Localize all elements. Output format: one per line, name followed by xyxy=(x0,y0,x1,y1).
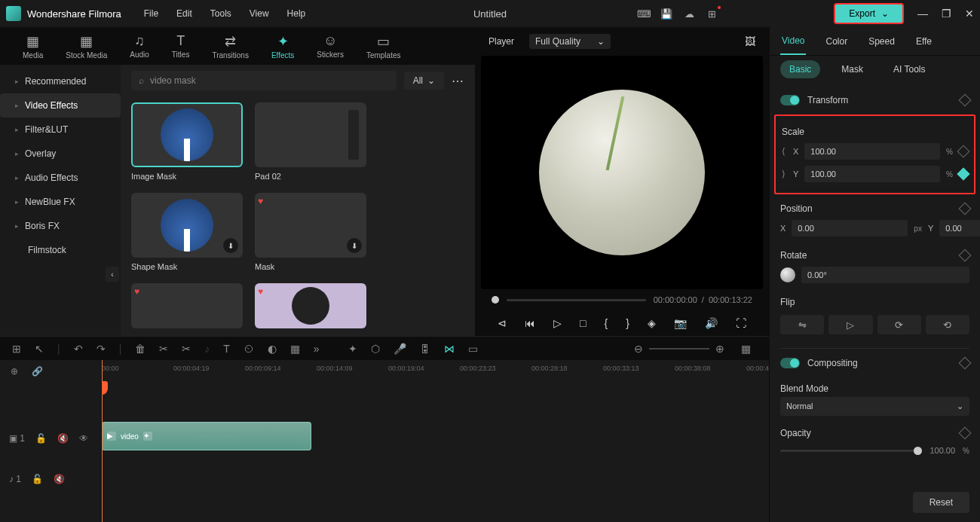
music-icon[interactable]: ♪ xyxy=(204,343,210,355)
lock-icon[interactable]: ⟨ xyxy=(782,146,786,157)
marker-icon[interactable]: ◈ xyxy=(648,317,656,329)
thumb-item[interactable]: ♥ xyxy=(255,283,366,328)
scale-y-input[interactable] xyxy=(804,166,940,182)
apps-icon[interactable]: ⊞ xyxy=(706,8,718,20)
more-icon[interactable]: ⋯ xyxy=(452,74,464,88)
text-icon[interactable]: T xyxy=(223,343,230,355)
reset-button[interactable]: Reset xyxy=(913,492,969,513)
thumb-item[interactable]: ♥ xyxy=(131,283,243,328)
zoom-in-icon[interactable]: ⊕ xyxy=(715,343,724,355)
quality-dropdown[interactable]: Full Quality xyxy=(529,34,611,49)
mute-icon[interactable]: 🔇 xyxy=(54,474,65,484)
progress-handle[interactable] xyxy=(492,296,499,304)
keyframe-icon[interactable] xyxy=(957,145,970,158)
grid-icon[interactable]: ⊞ xyxy=(12,343,21,355)
menu-help[interactable]: Help xyxy=(287,8,306,19)
flip-v-button[interactable]: ▷ xyxy=(828,315,872,334)
split-icon[interactable]: ✂ xyxy=(159,343,168,355)
preview-area[interactable] xyxy=(481,56,763,289)
color-icon[interactable]: ◐ xyxy=(268,343,277,355)
playhead[interactable] xyxy=(102,360,103,522)
thumb-pad-02[interactable]: Pad 02 xyxy=(255,102,366,181)
sidebar-filter-lut[interactable]: ▸Filter&LUT xyxy=(0,118,121,142)
sidebar-video-effects[interactable]: ▸Video Effects xyxy=(0,93,121,118)
audio-track-head[interactable]: ♪ 1 🔓 🔇 xyxy=(0,464,101,494)
redo-icon[interactable]: ↷ xyxy=(96,343,106,355)
thumb-shape-mask[interactable]: ⬇Shape Mask xyxy=(131,193,243,271)
tab-effect[interactable]: Effe xyxy=(914,29,933,54)
tab-stickers[interactable]: ☺Stickers xyxy=(309,30,351,62)
tab-audio[interactable]: ♫Audio xyxy=(122,30,157,62)
keyframe-icon[interactable] xyxy=(959,427,972,440)
snapshot-icon[interactable]: 🖼 xyxy=(745,35,755,47)
pos-x-input[interactable] xyxy=(792,220,908,237)
ruler[interactable]: 00:00 00:00:04:19 00:00:09:14 00:00:14:0… xyxy=(102,360,769,383)
fullscreen-icon[interactable]: ⛶ xyxy=(736,317,746,329)
keyframe-icon[interactable] xyxy=(957,168,970,181)
opacity-slider[interactable] xyxy=(780,450,922,452)
progress-track[interactable] xyxy=(507,299,646,301)
pointer-icon[interactable]: ↖ xyxy=(35,343,44,355)
rotate-ccw-button[interactable]: ⟲ xyxy=(926,315,969,334)
stop-icon[interactable]: □ xyxy=(580,317,586,329)
lock-icon[interactable]: 🔓 xyxy=(32,474,43,484)
keyframe-icon[interactable] xyxy=(959,94,972,107)
mark-out-icon[interactable]: } xyxy=(626,317,629,329)
effect-icon[interactable]: ▦ xyxy=(290,343,300,355)
thumb-image-mask[interactable]: Image Mask xyxy=(131,102,243,181)
ai-icon[interactable]: ✦ xyxy=(348,343,357,355)
collapse-sidebar[interactable]: ‹ xyxy=(106,267,119,282)
tab-effects[interactable]: ✦Effects xyxy=(264,30,302,63)
keyframe-icon[interactable] xyxy=(959,203,972,215)
rotate-input[interactable] xyxy=(801,267,969,283)
zoom-out-icon[interactable]: ⊖ xyxy=(634,343,643,355)
mute-icon[interactable]: 🔇 xyxy=(57,433,69,444)
more-icon[interactable]: » xyxy=(314,343,320,355)
snap-icon[interactable]: ⋈ xyxy=(444,343,455,355)
prev-frame-icon[interactable]: ⊲ xyxy=(498,317,507,329)
flip-h-button[interactable]: ⇋ xyxy=(780,315,824,334)
compositing-toggle[interactable] xyxy=(780,358,800,368)
volume-icon[interactable]: 🔊 xyxy=(705,317,718,329)
maximize-icon[interactable]: ❐ xyxy=(942,8,951,20)
tab-video[interactable]: Video xyxy=(780,28,806,55)
undo-icon[interactable]: ↶ xyxy=(74,343,83,355)
tab-stock-media[interactable]: ▦Stock Media xyxy=(58,30,115,63)
scale-x-input[interactable] xyxy=(804,143,940,160)
subtab-mask[interactable]: Mask xyxy=(832,60,872,78)
timeline-tracks[interactable]: 00:00 00:00:04:19 00:00:09:14 00:00:14:0… xyxy=(102,360,769,522)
rotate-cw-button[interactable]: ⟳ xyxy=(877,315,921,334)
thumb-mask[interactable]: ♥⬇Mask xyxy=(255,193,366,271)
fit-icon[interactable]: ▦ xyxy=(741,343,751,355)
blend-mode-select[interactable]: Normal⌄ xyxy=(780,397,969,416)
rotate-knob[interactable] xyxy=(780,267,795,282)
eye-icon[interactable]: 👁 xyxy=(79,433,88,444)
menu-view[interactable]: View xyxy=(250,8,269,19)
tab-transitions[interactable]: ⇄Transitions xyxy=(204,30,256,63)
tab-color[interactable]: Color xyxy=(824,29,849,54)
subtab-ai-tools[interactable]: AI Tools xyxy=(884,60,934,78)
play-icon[interactable]: ▷ xyxy=(553,317,562,329)
link-icon[interactable]: 🔗 xyxy=(32,366,43,377)
video-track-head[interactable]: ▣ 1 🔓 🔇 👁 xyxy=(0,423,101,453)
speed-icon[interactable]: ⏲ xyxy=(243,343,254,355)
camera-icon[interactable]: 📷 xyxy=(674,317,687,329)
sidebar-overlay[interactable]: ▸Overlay xyxy=(0,142,121,166)
tab-titles[interactable]: TTitles xyxy=(164,30,198,62)
device-icon[interactable]: ⌨ xyxy=(638,8,650,20)
pos-y-input[interactable] xyxy=(939,220,980,237)
crop-icon[interactable]: ✂ xyxy=(182,343,191,355)
add-track-icon[interactable]: ⊕ xyxy=(11,366,18,377)
group-icon[interactable]: ▭ xyxy=(468,343,478,355)
tab-media[interactable]: ▦Media xyxy=(15,30,51,63)
step-back-icon[interactable]: ⏮ xyxy=(525,317,535,329)
lock-icon[interactable]: 🔓 xyxy=(35,433,47,444)
keyframe-icon[interactable] xyxy=(959,249,972,262)
transform-toggle[interactable] xyxy=(780,95,800,105)
tab-speed[interactable]: Speed xyxy=(867,29,896,54)
sidebar-boris-fx[interactable]: ▸Boris FX xyxy=(0,214,121,238)
close-icon[interactable]: ✕ xyxy=(965,8,974,20)
menu-file[interactable]: File xyxy=(144,8,158,19)
tab-templates[interactable]: ▭Templates xyxy=(359,30,409,63)
sidebar-audio-effects[interactable]: ▸Audio Effects xyxy=(0,166,121,190)
